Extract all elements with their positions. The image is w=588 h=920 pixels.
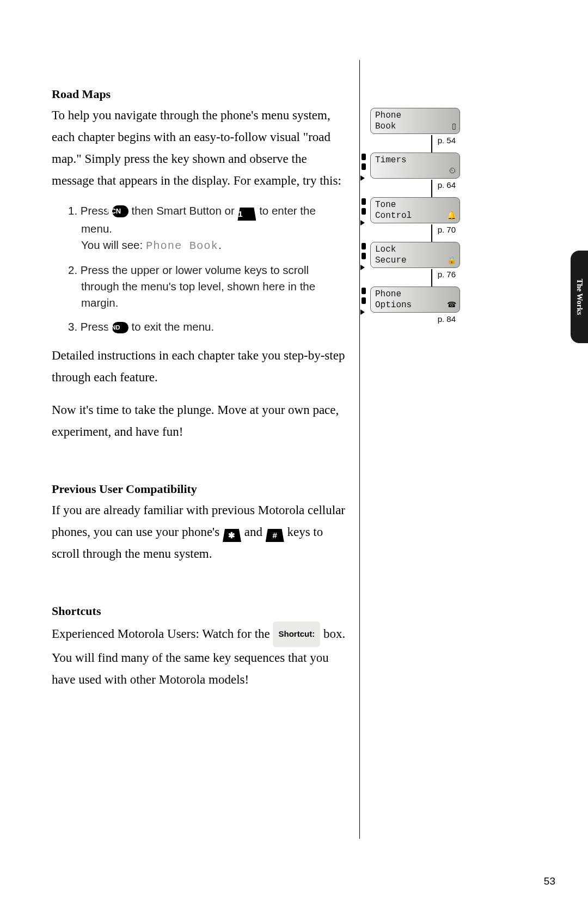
step3-text-a: 3. Press (68, 320, 112, 333)
para-detailed: Detailed instructions in each chapter ta… (52, 345, 346, 388)
arrow-right-icon (360, 175, 365, 181)
compat-mid: and (241, 525, 266, 539)
heading-prev-compat: Previous User Compatibility (52, 482, 346, 496)
step3-text-b: to exit the menu. (128, 320, 214, 333)
connector-line (431, 180, 432, 198)
main-text-column: Road Maps To help you navigate through t… (52, 87, 346, 691)
period: . (218, 239, 222, 251)
connector-line (431, 269, 432, 288)
section-tab-label: The Works (575, 279, 584, 315)
step-2: 2. Press the upper or lower volume keys … (68, 262, 346, 311)
step-1: 1. Press FCN then Smart Button or 1 to e… (68, 203, 346, 254)
one-key-icon: 1 (237, 208, 256, 221)
page-ref: p. 54 (438, 136, 456, 145)
step1-text-a: 1. Press (68, 204, 112, 217)
para-plunge: Now it's time to take the plunge. Move a… (52, 399, 346, 443)
scroll-nub-icon (362, 243, 366, 249)
scroll-nub-icon (362, 208, 366, 215)
menu-line2: Book (375, 121, 455, 132)
menu-lcd: Timers ⏲ (370, 153, 460, 179)
end-key-icon: END (112, 322, 128, 333)
lock-icon: 🔒 (447, 254, 456, 265)
step-3: 3. Press END to exit the menu. (68, 319, 346, 335)
menu-item-tone-control: Tone Control 🔔 p. 70 (370, 197, 460, 223)
arrow-right-icon (360, 265, 365, 270)
para-shortcuts: Experienced Motorola Users: Watch for th… (52, 622, 346, 691)
column-divider (359, 60, 360, 839)
menu-lcd: Phone Options ☎ (370, 287, 460, 313)
heading-road-maps: Road Maps (52, 87, 346, 101)
menu-line1: Tone (375, 199, 455, 210)
fcn-key-icon: FCN (112, 205, 128, 217)
menu-lcd: Tone Control 🔔 (370, 197, 460, 223)
para-compat: If you are already familiar with previou… (52, 499, 346, 565)
menu-item-timers: Timers ⏲ p. 64 (370, 153, 460, 179)
menu-line1: Lock (375, 244, 455, 255)
step1-lcd-text: Phone Book (146, 240, 218, 252)
book-icon: ▯ (452, 120, 456, 131)
menu-line1: Timers (375, 155, 455, 166)
page-ref: p. 64 (438, 180, 456, 190)
menu-lcd: Phone Book ▯ (370, 108, 460, 134)
page-ref: p. 84 (438, 314, 456, 324)
step1-text-d: You will see: (81, 239, 146, 251)
menu-line1: Phone (375, 110, 455, 121)
menu-item-phone-book: Phone Book ▯ p. 54 (370, 108, 460, 134)
scroll-nub-icon (362, 288, 366, 294)
hash-key-icon: # (266, 529, 284, 542)
menu-line2: Control (375, 210, 455, 221)
shortcut-badge: Shortcut: (273, 622, 320, 647)
manual-page: Road Maps To help you navigate through t… (0, 0, 588, 920)
step1-text-b: then Smart Button or (128, 204, 238, 217)
page-ref: p. 76 (438, 270, 456, 279)
phone-icon: ☎ (447, 299, 456, 310)
para-roadmaps-intro: To help you navigate through the phone's… (52, 105, 346, 192)
menu-item-lock-secure: Lock Secure 🔒 p. 76 (370, 242, 460, 268)
heading-shortcuts: Shortcuts (52, 604, 346, 618)
connector-line (431, 224, 432, 243)
timer-icon: ⏲ (449, 165, 456, 176)
star-key-icon: ✱ (223, 529, 241, 542)
page-ref: p. 70 (438, 225, 456, 234)
shortcuts-pre: Experienced Motorola Users: Watch for th… (52, 627, 273, 641)
arrow-right-icon (360, 220, 365, 226)
bell-icon: 🔔 (447, 210, 456, 221)
scroll-nub-icon (362, 297, 366, 304)
scroll-nub-icon (362, 253, 366, 259)
margin-menu-roadmap: Phone Book ▯ p. 54 Timers ⏲ p. 64 (370, 108, 460, 331)
page-number: 53 (544, 875, 555, 887)
scroll-nub-icon (362, 198, 366, 205)
menu-lcd: Lock Secure 🔒 (370, 242, 460, 268)
menu-line2: Options (375, 300, 455, 310)
steps-list: 1. Press FCN then Smart Button or 1 to e… (68, 203, 346, 335)
scroll-nub-icon (362, 154, 366, 160)
menu-item-phone-options: Phone Options ☎ p. 84 (370, 287, 460, 313)
connector-line (431, 135, 432, 154)
section-tab: The Works (571, 251, 588, 343)
menu-line2: Secure (375, 255, 455, 266)
arrow-right-icon (360, 309, 365, 315)
menu-line1: Phone (375, 289, 455, 300)
scroll-nub-icon (362, 163, 366, 170)
